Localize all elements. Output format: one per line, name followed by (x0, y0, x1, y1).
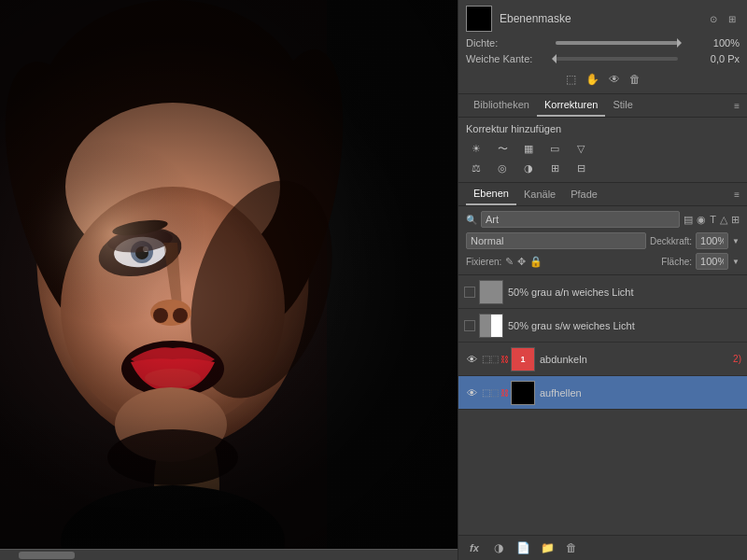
flaeche-arrow[interactable]: ▼ (732, 258, 740, 266)
deckkraft-label: Deckkraft: (650, 236, 692, 246)
chain-icon-2: ⛓ (500, 388, 509, 398)
layer-item[interactable]: 👁 ⬚ ⬚ ⛓ aufhellen (458, 376, 747, 410)
mask-action-icons: ⬚ ✋ 👁 🗑 (466, 69, 740, 88)
curves-icon[interactable]: 〜 (492, 140, 513, 157)
right-panel: Ebenenmaske ⊙ ⊞ Dichte: 100% Weiche Kant… (458, 0, 747, 560)
tab-kanaele[interactable]: Kanäle (516, 184, 563, 204)
folder-icon[interactable]: 📁 (539, 539, 556, 556)
layers-section: Ebenen Kanäle Pfade ≡ 🔍 Art ▤ ◉ T △ ⊞ (458, 183, 747, 560)
mask-icons: ⊙ ⊞ (706, 11, 740, 26)
brightness-icon[interactable]: ☀ (466, 140, 486, 157)
mask-icon-circle[interactable]: ⊙ (706, 11, 721, 26)
trash-icon[interactable]: 🗑 (629, 73, 641, 86)
layer-item[interactable]: 👁 ⬚ ⬚ ⛓ 1 abdunkeln 2) (458, 343, 747, 376)
deckkraft-arrow[interactable]: ▼ (732, 237, 740, 245)
mask-header: Ebenenmaske ⊙ ⊞ (466, 6, 740, 32)
layer-list: 50% grau a/n weiches Licht 50% grau s/w … (458, 275, 747, 535)
vibrance-icon[interactable]: ◎ (492, 160, 513, 176)
new-layer-icon[interactable]: 📄 (514, 539, 531, 556)
layer-name: abdunkeln (540, 354, 729, 365)
layer-filter-icons: ▤ ◉ T △ ⊞ (684, 214, 740, 226)
korrektur-title: Korrektur hinzufügen (466, 123, 740, 134)
layers-search-row: 🔍 Art ▤ ◉ T △ ⊞ (466, 211, 740, 228)
mask-thumbnail (466, 6, 492, 32)
eye-slash-icon[interactable]: 👁 (609, 73, 620, 86)
circle-icon[interactable]: ◑ (490, 539, 507, 556)
layer-thumb (479, 314, 503, 338)
blend-row: Normal Deckkraft: ▼ (466, 232, 740, 249)
filter-type-icon[interactable]: T (710, 214, 716, 226)
tab-stile[interactable]: Stile (605, 94, 640, 117)
mask-icon-grid[interactable]: ⊞ (725, 11, 740, 26)
tab-bibliotheken[interactable]: Bibliotheken (466, 94, 537, 117)
layer-thumb (479, 280, 503, 304)
levels-icon[interactable]: ▦ (518, 140, 539, 157)
fix-brush-icon[interactable]: ✎ (505, 256, 514, 268)
weiche-kante-slider[interactable] (556, 57, 678, 61)
mask-section: Ebenenmaske ⊙ ⊞ Dichte: 100% Weiche Kant… (458, 0, 747, 94)
dichte-slider[interactable] (556, 41, 678, 45)
layer-eye-icon[interactable]: 👁 (464, 385, 479, 400)
layer-name: 50% grau a/n weiches Licht (508, 287, 741, 298)
fix-lock-icon[interactable]: 🔒 (529, 256, 543, 268)
adjustment-icon-2: ⬚ (482, 387, 490, 398)
search-icon: 🔍 (466, 215, 477, 225)
fix-move-icon[interactable]: ✥ (517, 256, 526, 268)
filter-image-icon[interactable]: ▤ (684, 214, 693, 226)
layer-number: 2) (733, 354, 741, 364)
photo-panel (0, 0, 458, 560)
flaeche-input[interactable] (696, 253, 728, 270)
layer-thumb (511, 381, 535, 405)
layer-item[interactable]: 50% grau s/w weiches Licht (458, 309, 747, 343)
icon-row-2: ⚖ ◎ ◑ ⊞ ⊟ (466, 160, 740, 176)
layer-checkbox[interactable] (464, 287, 475, 298)
layer-filter-select[interactable]: Art (481, 211, 680, 228)
icon-row-1: ☀ 〜 ▦ ▭ ▽ (466, 140, 740, 157)
filter-shape-icon[interactable]: △ (720, 214, 727, 226)
adjustment-icon: ⬚ (482, 354, 490, 364)
tab-ebenen[interactable]: Ebenen (466, 183, 516, 205)
delete-layer-icon[interactable]: 🗑 (563, 539, 580, 556)
layer-name: aufhellen (540, 387, 741, 399)
gradient-map-icon[interactable]: ▭ (544, 140, 565, 157)
deckkraft-input[interactable] (696, 232, 728, 249)
scrollbar-bottom[interactable] (0, 549, 458, 560)
filter-smart-icon[interactable]: ⊞ (731, 214, 740, 226)
layers-tab-bar: Ebenen Kanäle Pfade ≡ (458, 183, 747, 206)
filter-adj-icon[interactable]: ◉ (697, 214, 706, 226)
selective-color-icon[interactable]: ⊞ (544, 160, 565, 176)
fx-button[interactable]: fx (466, 539, 483, 556)
chain-icon: ⛓ (500, 355, 509, 364)
balance-icon[interactable]: ⚖ (466, 160, 486, 176)
saturation-icon[interactable]: ◑ (518, 160, 539, 176)
layer-thumb: 1 (511, 347, 535, 371)
tab-bar: Bibliotheken Korrekturen Stile ≡ (458, 94, 747, 118)
weiche-kante-label: Weiche Kante: (466, 53, 550, 64)
hue-icon[interactable]: ▽ (571, 140, 591, 157)
layer-name: 50% grau s/w weiches Licht (508, 320, 741, 331)
layers-controls: 🔍 Art ▤ ◉ T △ ⊞ Normal Deckkraft: ▼ (458, 206, 747, 275)
mask-adj-icon-2: ⬚ (490, 387, 499, 398)
mask-title: Ebenenmaske (500, 12, 706, 25)
layers-tab-close-icon[interactable]: ≡ (734, 189, 740, 200)
layers-toolbar: fx ◑ 📄 📁 🗑 (458, 535, 747, 560)
tab-pfade[interactable]: Pfade (563, 184, 605, 204)
scroll-thumb[interactable] (19, 552, 75, 559)
channel-mixer-icon[interactable]: ⊟ (571, 160, 591, 176)
tab-close-icon[interactable]: ≡ (734, 101, 740, 111)
fix-row: Fixieren: ✎ ✥ 🔒 Fläche: ▼ (466, 253, 740, 270)
mask-adj-icon: ⬚ (490, 354, 499, 364)
layer-item[interactable]: 50% grau a/n weiches Licht (458, 275, 747, 309)
selection-icon[interactable]: ⬚ (566, 73, 576, 86)
flaeche-label: Fläche: (661, 257, 692, 267)
tab-korrekturen[interactable]: Korrekturen (537, 94, 605, 117)
corrections-panel: Korrektur hinzufügen ☀ 〜 ▦ ▭ ▽ ⚖ ◎ ◑ ⊞ ⊟ (458, 118, 747, 183)
weiche-kante-arrow (552, 54, 557, 63)
blend-mode-select[interactable]: Normal (466, 232, 646, 249)
layer-checkbox[interactable] (464, 320, 475, 331)
hand-icon[interactable]: ✋ (585, 73, 599, 86)
layer-eye-icon[interactable]: 👁 (464, 352, 479, 367)
weiche-kante-row: Weiche Kante: 0,0 Px (466, 53, 740, 64)
fixieren-label: Fixieren: (466, 257, 501, 267)
dichte-row: Dichte: 100% (466, 37, 740, 49)
